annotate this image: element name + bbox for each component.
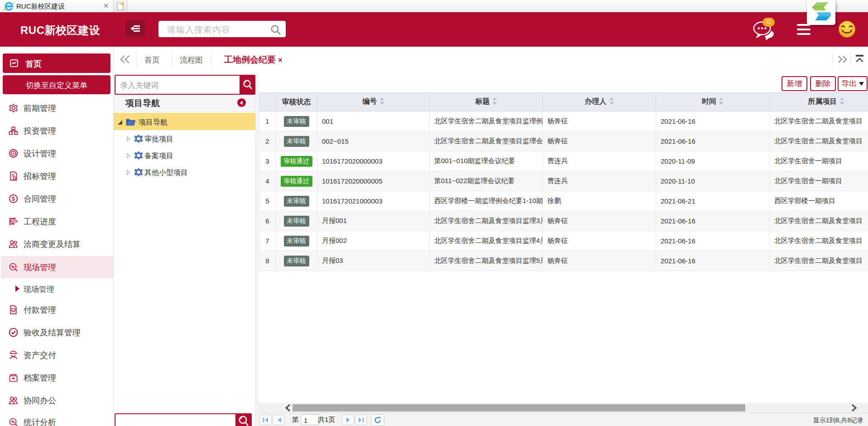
svg-text:$: $ — [12, 195, 15, 202]
